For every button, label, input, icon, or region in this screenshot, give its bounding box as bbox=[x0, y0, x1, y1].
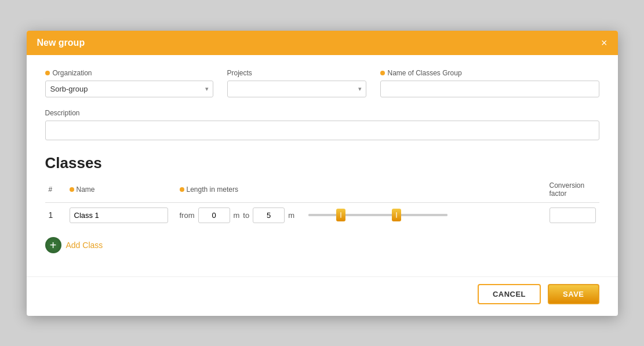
slider-handle-right[interactable] bbox=[392, 209, 401, 221]
classes-table: # Name Length in meters bbox=[45, 179, 599, 228]
length-required-dot bbox=[180, 187, 184, 192]
slider-handle-left[interactable] bbox=[336, 209, 345, 221]
row-num-cell: 1 bbox=[45, 202, 66, 228]
col-factor-header: Conversion factor bbox=[546, 179, 599, 203]
organization-select[interactable]: Sorb-group bbox=[45, 81, 213, 97]
dialog-body: Organization Sorb-group ▾ Projects bbox=[27, 55, 618, 276]
close-button[interactable]: × bbox=[601, 38, 607, 48]
classes-title: Classes bbox=[45, 154, 599, 172]
add-class-row: + Add Class bbox=[45, 237, 599, 253]
class-group-name-input[interactable] bbox=[380, 81, 599, 97]
length-row: from m to m bbox=[180, 207, 543, 223]
range-slider[interactable] bbox=[308, 214, 447, 216]
table-row: 1 from m to m bbox=[45, 202, 599, 228]
name-required-dot bbox=[70, 187, 74, 192]
row-factor-cell bbox=[546, 202, 599, 228]
col-length-header: Length in meters bbox=[176, 179, 546, 203]
description-label: Description bbox=[45, 109, 599, 117]
projects-group: Projects ▾ bbox=[227, 69, 366, 97]
from-length-input[interactable] bbox=[198, 207, 230, 223]
row-length-cell: from m to m bbox=[176, 202, 546, 228]
class-group-name-group: Name of Classes Group bbox=[380, 69, 599, 97]
add-class-button[interactable]: + Add Class bbox=[45, 237, 103, 253]
factor-input[interactable] bbox=[550, 207, 596, 223]
add-class-label: Add Class bbox=[66, 241, 103, 250]
col-num-header: # bbox=[45, 179, 66, 203]
dialog-footer: CANCEL SAVE bbox=[27, 276, 618, 316]
class-name-input[interactable] bbox=[70, 207, 168, 223]
organization-label: Organization bbox=[45, 69, 213, 77]
dialog-header: New group × bbox=[27, 31, 618, 55]
add-class-icon: + bbox=[45, 237, 61, 253]
organization-required-dot bbox=[45, 71, 50, 75]
top-form-row: Organization Sorb-group ▾ Projects bbox=[45, 69, 599, 97]
col-name-header: Name bbox=[66, 179, 176, 203]
save-button[interactable]: SAVE bbox=[548, 284, 599, 304]
range-slider-container[interactable] bbox=[304, 214, 536, 216]
range-track bbox=[308, 214, 447, 216]
class-group-name-required-dot bbox=[380, 71, 385, 75]
description-group: Description bbox=[45, 109, 599, 143]
row-name-cell bbox=[66, 202, 176, 228]
to-length-input[interactable] bbox=[253, 207, 285, 223]
organization-select-wrapper: Sorb-group ▾ bbox=[45, 81, 213, 97]
classes-section: Classes # Name bbox=[45, 154, 599, 228]
projects-select-wrapper: ▾ bbox=[227, 81, 366, 97]
organization-group: Organization Sorb-group ▾ bbox=[45, 69, 213, 97]
cancel-button[interactable]: CANCEL bbox=[478, 284, 541, 304]
classes-table-header: # Name Length in meters bbox=[45, 179, 599, 203]
projects-label: Projects bbox=[227, 69, 366, 77]
projects-select[interactable] bbox=[227, 81, 366, 97]
class-group-name-label: Name of Classes Group bbox=[380, 69, 599, 77]
dialog: New group × Organization Sorb-group ▾ bbox=[27, 31, 618, 316]
dialog-title: New group bbox=[37, 38, 85, 48]
description-input[interactable] bbox=[45, 121, 599, 140]
